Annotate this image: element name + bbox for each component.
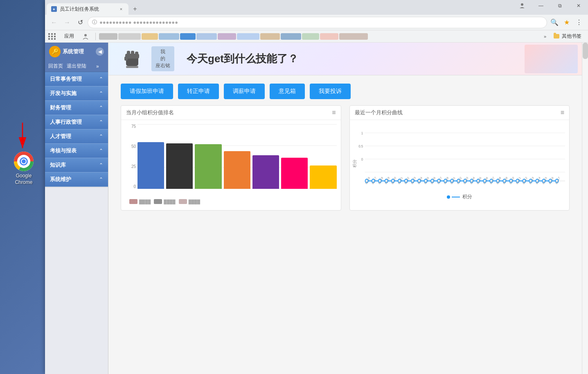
line-chart-body: 积分 1 0.5 0 bbox=[350, 120, 570, 206]
line-chart-card: 最近一个月积分曲线 ≡ 积分 bbox=[349, 105, 570, 211]
bar-6 bbox=[281, 158, 308, 189]
sidebar-item-maintenance[interactable]: 系统维护 ⌃ bbox=[45, 172, 108, 187]
sidebar-item-knowledge[interactable]: 知识库 ⌃ bbox=[45, 158, 108, 172]
quick-actions: 请假加班申请 转正申请 调薪申请 意见箱 我要投诉 bbox=[108, 75, 582, 105]
bookmark-block-12[interactable] bbox=[320, 33, 338, 40]
other-bookmarks[interactable]: 其他书签 bbox=[550, 32, 585, 41]
lock-icon: ⓘ bbox=[92, 19, 97, 26]
sidebar-item-talent-label: 人才管理 bbox=[50, 133, 71, 140]
tab-close-button[interactable]: × bbox=[118, 6, 124, 12]
hero-banner: 我 的 座右铭 今天get到什么技能了？ bbox=[108, 43, 582, 75]
bars-container bbox=[137, 124, 337, 197]
bookmark-block-6[interactable] bbox=[196, 33, 217, 40]
red-arrow bbox=[16, 121, 29, 154]
reload-button[interactable]: ↺ bbox=[74, 17, 86, 28]
apps-grid-icon[interactable] bbox=[48, 33, 56, 40]
search-button[interactable]: 🔍 bbox=[549, 17, 560, 28]
sidebar-item-talent[interactable]: 人才管理 ⌃ bbox=[45, 129, 108, 144]
bookmark-apps[interactable]: 应用 bbox=[61, 32, 77, 41]
svg-rect-12 bbox=[127, 51, 130, 56]
nav-arrow-button[interactable]: » bbox=[87, 61, 108, 72]
svg-rect-13 bbox=[131, 51, 134, 56]
hero-title: 今天get到什么技能了？ bbox=[187, 52, 298, 66]
desktop: Google Chrome ✦ 员工计划任务系统 bbox=[0, 0, 588, 374]
bookmarks-bar: 应用 » bbox=[45, 30, 588, 43]
scroll-thumb[interactable] bbox=[583, 43, 588, 59]
regular-apply-button[interactable]: 转正申请 bbox=[178, 84, 219, 99]
close-button[interactable]: ✕ bbox=[569, 0, 588, 11]
svg-text:0.5: 0.5 bbox=[358, 144, 363, 148]
bar-7 bbox=[310, 165, 336, 189]
page-content: 🔑 系统管理 ◀ 回首页 退出登陆 » 日常事务管理 ⌃ bbox=[45, 43, 588, 374]
sidebar-item-hr[interactable]: 人事行政管理 ⌃ bbox=[45, 115, 108, 129]
hero-text-box: 我 的 座右铭 bbox=[151, 46, 174, 71]
bookmark-block-4[interactable] bbox=[159, 33, 179, 40]
sidebar-item-review-label: 考核与报表 bbox=[50, 147, 77, 154]
sidebar-logo-icon: 🔑 bbox=[49, 46, 61, 57]
new-tab-button[interactable]: + bbox=[129, 3, 141, 15]
bookmark-block-8[interactable] bbox=[237, 33, 259, 40]
bookmark-user[interactable] bbox=[79, 32, 92, 41]
sidebar-title: 系统管理 bbox=[63, 48, 84, 55]
bar-chart-menu-icon[interactable]: ≡ bbox=[332, 109, 336, 116]
sidebar-item-review[interactable]: 考核与报表 ⌃ bbox=[45, 144, 108, 158]
sidebar: 🔑 系统管理 ◀ 回首页 退出登陆 » 日常事务管理 ⌃ bbox=[45, 43, 108, 374]
bookmark-block-7[interactable] bbox=[218, 33, 236, 40]
bookmark-block-3[interactable] bbox=[142, 33, 158, 40]
user-icon-button[interactable] bbox=[513, 0, 532, 11]
bookmarks-more[interactable]: » bbox=[541, 33, 549, 40]
tab-favicon: ✦ bbox=[51, 6, 57, 12]
bookmark-star-button[interactable]: ★ bbox=[561, 17, 572, 28]
complaint-button[interactable]: 我要投诉 bbox=[310, 84, 351, 99]
nav-home-button[interactable]: 回首页 bbox=[45, 61, 66, 72]
scrollbar[interactable] bbox=[582, 43, 588, 374]
line-chart-legend-label: 积分 bbox=[462, 193, 472, 200]
sidebar-item-dev-label: 开发与实施 bbox=[50, 90, 77, 97]
window-controls: — ⧉ ✕ bbox=[513, 0, 588, 11]
sidebar-logo: 🔑 系统管理 bbox=[49, 46, 84, 57]
leave-apply-button[interactable]: 请假加班申请 bbox=[121, 84, 173, 99]
other-bookmarks-label: 其他书签 bbox=[562, 33, 581, 40]
bookmark-block-5[interactable] bbox=[180, 33, 196, 40]
folder-icon bbox=[554, 34, 559, 39]
back-button[interactable]: ← bbox=[48, 17, 60, 28]
suggestion-box-button[interactable]: 意见箱 bbox=[270, 84, 305, 99]
google-chrome-icon[interactable]: Google Chrome bbox=[7, 152, 40, 186]
svg-rect-16 bbox=[126, 66, 138, 68]
address-bar[interactable]: ⓘ ●●●●●●●●●● ●●●●●●●●●●●●●● bbox=[88, 17, 547, 28]
minimize-button[interactable]: — bbox=[532, 0, 550, 11]
bookmark-block-1[interactable] bbox=[99, 33, 117, 40]
sidebar-header: 🔑 系统管理 ◀ bbox=[45, 43, 108, 61]
sidebar-nav: 回首页 退出登陆 » bbox=[45, 61, 108, 72]
x-axis-labels: 02-16 02-17 02-18 02-19 02-20 02-21 02-2… bbox=[365, 176, 560, 184]
salary-adjust-button[interactable]: 调薪申请 bbox=[224, 84, 265, 99]
sidebar-collapse-button[interactable]: ◀ bbox=[96, 48, 104, 56]
bookmark-block-13[interactable] bbox=[339, 33, 368, 40]
tab-strip: ✦ 员工计划任务系统 × + bbox=[45, 0, 141, 15]
main-area: 我 的 座右铭 今天get到什么技能了？ 请假加班申请 转正申请 调薪申请 意见… bbox=[108, 43, 582, 374]
sidebar-item-maintenance-label: 系统维护 bbox=[50, 176, 71, 183]
nav-logout-button[interactable]: 退出登陆 bbox=[66, 61, 87, 72]
line-chart-header: 最近一个月积分曲线 ≡ bbox=[350, 106, 570, 120]
active-tab[interactable]: ✦ 员工计划任务系统 × bbox=[47, 3, 128, 15]
bookmark-block-9[interactable] bbox=[260, 33, 280, 40]
restore-button[interactable]: ⧉ bbox=[550, 0, 569, 11]
svg-text:0: 0 bbox=[361, 157, 363, 161]
sidebar-item-finance[interactable]: 财务管理 ⌃ bbox=[45, 101, 108, 115]
bookmarks-list bbox=[99, 33, 540, 40]
chrome-icon-label: Google Chrome bbox=[7, 173, 40, 186]
svg-point-9 bbox=[84, 34, 87, 36]
sidebar-item-daily[interactable]: 日常事务管理 ⌃ bbox=[45, 72, 108, 86]
sidebar-item-finance-label: 财务管理 bbox=[50, 104, 71, 111]
bar-2 bbox=[166, 143, 193, 189]
forward-button[interactable]: → bbox=[61, 17, 73, 28]
line-chart-menu-icon[interactable]: ≡ bbox=[561, 109, 564, 116]
bookmark-block-11[interactable] bbox=[302, 33, 319, 40]
bar-chart-legend: ████ ████ ████ bbox=[125, 197, 337, 206]
svg-text:✦: ✦ bbox=[52, 7, 56, 11]
bookmark-block-2[interactable] bbox=[118, 33, 141, 40]
svg-rect-14 bbox=[135, 52, 138, 56]
sidebar-item-dev[interactable]: 开发与实施 ⌃ bbox=[45, 86, 108, 101]
menu-button[interactable]: ⋮ bbox=[573, 17, 585, 28]
bookmark-block-10[interactable] bbox=[281, 33, 301, 40]
